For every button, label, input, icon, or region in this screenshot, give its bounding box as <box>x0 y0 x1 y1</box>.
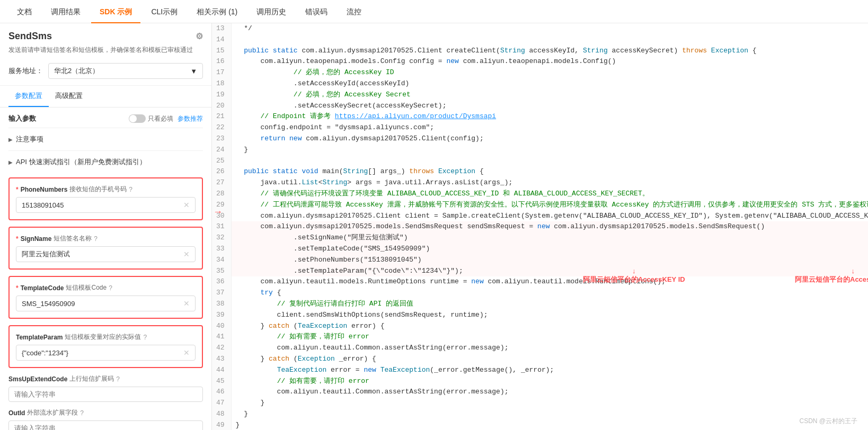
line-number: 14 <box>212 34 231 46</box>
nav-item-docs[interactable]: 文档 <box>8 0 40 23</box>
table-row: 29 // 工程代码泄露可能导致 AccessKey 泄露，并威胁账号下所有资源… <box>212 200 868 211</box>
code-line <box>231 34 868 46</box>
code-line: } <box>231 398 868 409</box>
line-number: 48 <box>212 409 231 420</box>
table-row: 39 client.sendSmsWithOptions(sendSmsRequ… <box>212 310 868 321</box>
table-row: 28 // 请确保代码运行环境设置了环境变量 ALIBABA_CLOUD_ACC… <box>212 189 868 200</box>
table-row: 14 <box>212 34 868 46</box>
out-id-input[interactable] <box>14 424 197 430</box>
line-number: 27 <box>212 177 231 189</box>
out-id-label: OutId <box>8 409 25 417</box>
left-panel-arrow: → <box>213 207 223 218</box>
out-id-help-icon[interactable]: ? <box>80 409 84 417</box>
sms-up-label: SmsUpExtendCode <box>8 375 67 383</box>
table-row: 32 .setSignName("阿里云短信测试") <box>212 232 868 244</box>
template-param-help-icon[interactable]: ? <box>143 334 147 341</box>
table-row: 31 com.aliyun.dysmsapi20170525.models.Se… <box>212 221 868 232</box>
table-row: 35 .setTemplateParam("{\"code\":\"1234\"… <box>212 266 868 277</box>
code-line: .setTemplateCode("SMS_154950909") <box>231 244 868 255</box>
table-row: 15 public static com.aliyun.dysmsapi2017… <box>212 46 868 57</box>
table-row: 22 config.endpoint = "dysmsapi.aliyuncs.… <box>212 122 868 133</box>
nav-item-related-example[interactable]: 相关示例 (1) <box>188 0 246 23</box>
code-line: config.endpoint = "dysmsapi.aliyuncs.com… <box>231 122 868 133</box>
table-row: 21 // Endpoint 请参考 https://api.aliyun.co… <box>212 111 868 122</box>
chevron-right-icon2: ▶ <box>8 159 13 165</box>
chevron-right-icon: ▶ <box>8 137 13 142</box>
clear-phone-icon[interactable]: ✕ <box>183 201 190 209</box>
line-number: 22 <box>212 122 231 133</box>
table-row: 30 com.aliyun.dysmsapi20170525.Client cl… <box>212 211 868 222</box>
app-description: 发送前请申请短信签名和短信模板，并确保签名和模板已审核通过 <box>8 45 203 55</box>
clear-template-code-icon[interactable]: ✕ <box>183 299 190 308</box>
sms-up-input[interactable] <box>14 390 197 398</box>
sign-name-input[interactable] <box>22 250 183 258</box>
line-number: 28 <box>212 189 231 200</box>
code-line: // 必填，您的 AccessKey Secret <box>231 89 868 101</box>
line-number: 19 <box>212 89 231 101</box>
template-code-sublabel: 短信模板Code <box>66 283 107 292</box>
template-param-sublabel: 短信模板变量对应的实际值 <box>65 333 141 342</box>
nav-item-flow-control[interactable]: 流控 <box>338 0 370 23</box>
accordion-notice[interactable]: ▶ 注意事项 <box>8 128 203 150</box>
line-number: 41 <box>212 332 231 343</box>
clear-sign-name-icon[interactable]: ✕ <box>183 250 190 258</box>
line-number: 31 <box>212 221 231 232</box>
table-row: 25 <box>212 156 868 167</box>
table-row: 48 } <box>212 409 868 420</box>
clear-template-param-icon[interactable]: ✕ <box>183 348 190 357</box>
template-param-input[interactable] <box>22 349 183 357</box>
table-row: 36 com.aliyun.teautil.models.RuntimeOpti… <box>212 276 868 288</box>
code-line: } <box>231 145 868 156</box>
phone-numbers-input[interactable] <box>22 201 183 209</box>
code-line: } <box>231 420 868 430</box>
watermark: CSDN @云村的王子 <box>799 417 857 426</box>
line-number: 17 <box>212 67 231 78</box>
code-line: } catch (Exception _error) { <box>231 354 868 365</box>
accordion-api-guide[interactable]: ▶ API 快速测试指引（新用户免费测试指引） <box>8 151 203 173</box>
line-number: 43 <box>212 354 231 365</box>
code-line: com.aliyun.dysmsapi20170525.Client clien… <box>231 211 868 222</box>
code-line <box>231 156 868 167</box>
code-line: try { <box>231 288 868 299</box>
nav-item-cli-example[interactable]: CLI示例 <box>143 0 186 23</box>
tab-param-config[interactable]: 参数配置 <box>8 86 49 107</box>
line-number: 15 <box>212 46 231 57</box>
phone-numbers-label: PhoneNumbers <box>21 186 68 193</box>
nav-item-call-history[interactable]: 调用历史 <box>248 0 295 23</box>
app-title: SendSms <box>8 31 52 42</box>
params-recommend-btn[interactable]: 参数推荐 <box>178 114 203 123</box>
table-row: 24 } <box>212 145 868 156</box>
table-row: 26 public static void main(String[] args… <box>212 166 868 177</box>
only-required-label: 只看必填 <box>148 114 173 123</box>
code-line: client.sendSmsWithOptions(sendSmsRequest… <box>231 310 868 321</box>
table-row: 46 com.aliyun.teautil.Common.assertAsStr… <box>212 387 868 398</box>
settings-icon[interactable]: ⚙ <box>196 31 203 41</box>
table-row: 13 */ <box>212 23 868 34</box>
tab-advanced-config[interactable]: 高级配置 <box>49 86 89 107</box>
service-select[interactable]: 华北2（北京） ▼ <box>48 63 203 79</box>
sign-name-help-icon[interactable]: ? <box>94 235 98 243</box>
table-row: 16 com.aliyun.teaopenapi.models.Config c… <box>212 56 868 67</box>
code-line: com.aliyun.teautil.models.RuntimeOptions… <box>231 276 868 288</box>
line-number: 42 <box>212 343 231 354</box>
table-row: 38 // 复制代码运行请自行打印 API 的返回值 <box>212 299 868 310</box>
code-line: .setPhoneNumbers("15138091045") <box>231 255 868 266</box>
nav-item-sdk-example[interactable]: SDK 示例 <box>91 0 140 23</box>
nav-item-error-code[interactable]: 错误码 <box>297 0 336 23</box>
line-number: 23 <box>212 133 231 145</box>
table-row: 33 .setTemplateCode("SMS_154950909") <box>212 244 868 255</box>
top-nav: 文档 调用结果 SDK 示例 CLI示例 相关示例 (1) 调用历史 错误码 流… <box>0 0 868 23</box>
code-line: // 工程代码泄露可能导致 AccessKey 泄露，并威胁账号下所有资源的安全… <box>231 200 868 211</box>
code-line: com.aliyun.teaopenapi.models.Config conf… <box>231 56 868 67</box>
line-number: 35 <box>212 266 231 277</box>
sms-up-help-icon[interactable]: ? <box>116 375 120 383</box>
only-required-toggle[interactable] <box>129 114 146 123</box>
line-number: 49 <box>212 420 231 430</box>
nav-item-call-result[interactable]: 调用结果 <box>42 0 89 23</box>
template-code-input[interactable] <box>22 300 183 308</box>
chevron-down-icon: ▼ <box>190 67 197 75</box>
phone-help-icon[interactable]: ? <box>129 186 132 193</box>
template-code-help-icon[interactable]: ? <box>109 284 112 292</box>
line-number: 37 <box>212 288 231 299</box>
line-number: 47 <box>212 398 231 409</box>
